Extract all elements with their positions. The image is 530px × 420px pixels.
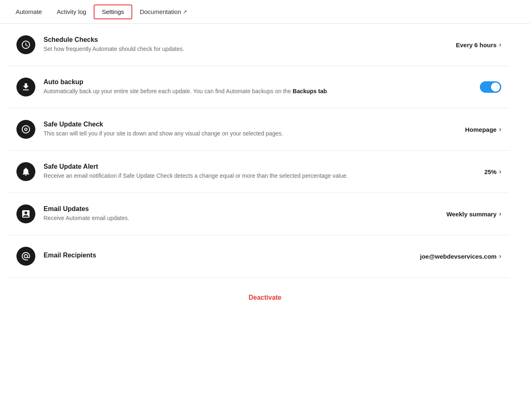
safe-update-check-chevron: ›: [499, 126, 501, 133]
safe-update-alert-text: Safe Update Alert Receive an email notif…: [44, 163, 484, 180]
schedule-checks-chevron: ›: [499, 41, 501, 48]
email-recipients-row[interactable]: Email Recipients joe@webdevservices.com …: [8, 235, 509, 278]
deactivate-label: Deactivate: [249, 294, 281, 301]
safe-update-check-title: Safe Update Check: [44, 121, 465, 128]
auto-backup-desc: Automatically back up your entire site b…: [44, 87, 480, 96]
auto-backup-toggle[interactable]: [480, 81, 501, 93]
email-recipients-title: Email Recipients: [44, 252, 420, 259]
email-recipients-value: joe@webdevservices.com: [420, 253, 496, 260]
safe-update-alert-icon: [16, 162, 35, 181]
top-nav: Automate Activity log Settings Documenta…: [0, 0, 530, 24]
email-updates-row[interactable]: Email Updates Receive Automate email upd…: [8, 193, 509, 235]
deactivate-section: Deactivate: [0, 278, 530, 318]
bell-icon: [21, 167, 31, 177]
deactivate-button[interactable]: Deactivate: [249, 294, 281, 301]
at-icon: [21, 251, 31, 261]
schedule-checks-row[interactable]: Schedule Checks Set how frequently Autom…: [8, 24, 509, 66]
email-recipients-text: Email Recipients: [44, 252, 420, 261]
schedule-checks-desc: Set how frequently Automate should check…: [44, 45, 456, 53]
safe-update-alert-action[interactable]: 25% ›: [484, 168, 501, 175]
schedule-checks-action[interactable]: Every 6 hours ›: [456, 41, 501, 48]
nav-documentation-label: Documentation: [140, 8, 181, 15]
auto-backup-icon: [16, 78, 35, 96]
email-updates-title: Email Updates: [44, 205, 446, 213]
safe-update-check-row[interactable]: Safe Update Check This scan will tell yo…: [8, 108, 509, 151]
schedule-checks-icon: [16, 35, 35, 54]
settings-content: Schedule Checks Set how frequently Autom…: [0, 24, 518, 278]
auto-backup-row[interactable]: Auto backup Automatically back up your e…: [8, 66, 509, 108]
target-icon: [21, 124, 31, 134]
safe-update-check-text: Safe Update Check This scan will tell yo…: [44, 121, 465, 138]
safe-update-check-icon: [16, 120, 35, 139]
auto-backup-action[interactable]: [480, 81, 501, 93]
auto-backup-title: Auto backup: [44, 78, 480, 86]
nav-documentation[interactable]: Documentation ↗: [132, 0, 194, 24]
safe-update-alert-value: 25%: [484, 168, 497, 175]
schedule-checks-text: Schedule Checks Set how frequently Autom…: [44, 36, 456, 53]
safe-update-alert-desc: Receive an email notification if Safe Up…: [44, 172, 484, 180]
clock-icon: [21, 40, 31, 50]
email-updates-chevron: ›: [499, 210, 501, 218]
email-recipients-chevron: ›: [499, 252, 501, 260]
schedule-checks-value: Every 6 hours: [456, 41, 496, 48]
safe-update-check-action[interactable]: Homepage ›: [465, 126, 501, 133]
auto-backup-text: Auto backup Automatically back up your e…: [44, 78, 480, 96]
email-recipients-icon: [16, 247, 35, 266]
schedule-checks-title: Schedule Checks: [44, 36, 456, 44]
svg-point-0: [25, 44, 27, 46]
safe-update-check-value: Homepage: [465, 126, 497, 133]
nav-automate[interactable]: Automate: [8, 0, 49, 24]
download-icon: [21, 82, 31, 92]
email-updates-value: Weekly summary: [446, 211, 496, 218]
nav-activity-log-label: Activity log: [57, 8, 86, 15]
nav-automate-label: Automate: [16, 8, 42, 15]
email-updates-text: Email Updates Receive Automate email upd…: [44, 205, 446, 223]
email-recipients-action[interactable]: joe@webdevservices.com ›: [420, 252, 501, 260]
safe-update-alert-row[interactable]: Safe Update Alert Receive an email notif…: [8, 151, 509, 193]
email-updates-action[interactable]: Weekly summary ›: [446, 210, 501, 218]
safe-update-alert-title: Safe Update Alert: [44, 163, 484, 170]
nav-settings[interactable]: Settings: [94, 5, 132, 19]
external-link-icon: ↗: [183, 9, 187, 15]
safe-update-alert-chevron: ›: [499, 168, 501, 175]
nav-settings-label: Settings: [102, 8, 124, 15]
email-updates-svg-icon: [21, 209, 31, 219]
email-updates-icon: [16, 204, 35, 223]
email-updates-desc: Receive Automate email updates.: [44, 214, 446, 223]
nav-activity-log[interactable]: Activity log: [49, 0, 94, 24]
safe-update-check-desc: This scan will tell you if your site is …: [44, 130, 465, 138]
